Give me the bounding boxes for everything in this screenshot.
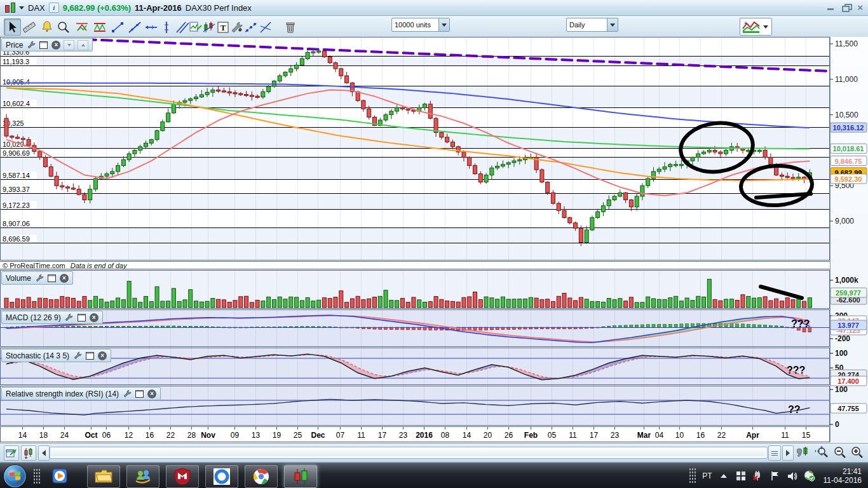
candlestick[interactable] bbox=[345, 76, 349, 83]
volume-bar[interactable] bbox=[702, 297, 706, 308]
volume-bar[interactable] bbox=[261, 301, 265, 308]
price-annotation-line[interactable] bbox=[756, 194, 811, 198]
candlestick[interactable] bbox=[445, 137, 449, 142]
candlestick[interactable] bbox=[38, 151, 42, 157]
candlestick[interactable] bbox=[200, 95, 203, 97]
volume-bar[interactable] bbox=[55, 299, 58, 308]
candlestick[interactable] bbox=[797, 177, 801, 179]
volume-bar[interactable] bbox=[679, 301, 683, 308]
export-chart-button[interactable] bbox=[4, 445, 19, 461]
zoom-in-button[interactable] bbox=[850, 445, 864, 459]
candlestick[interactable] bbox=[139, 147, 142, 151]
zoom-fit-button[interactable] bbox=[814, 445, 831, 459]
candlestick[interactable] bbox=[707, 150, 711, 152]
hand-drawn-circle-annotation[interactable] bbox=[740, 164, 813, 207]
candlestick[interactable] bbox=[261, 92, 265, 97]
tool-segment-button[interactable] bbox=[109, 18, 126, 36]
candlestick[interactable] bbox=[222, 91, 226, 92]
volume-bar[interactable] bbox=[478, 300, 482, 308]
candlestick[interactable] bbox=[239, 93, 243, 95]
candlestick[interactable] bbox=[635, 196, 639, 207]
volume-bar[interactable] bbox=[317, 300, 321, 308]
candlestick[interactable] bbox=[769, 158, 773, 165]
candlestick[interactable] bbox=[49, 166, 53, 176]
volume-bar[interactable] bbox=[641, 302, 644, 308]
volume-bar[interactable] bbox=[77, 301, 81, 308]
candlestick[interactable] bbox=[808, 173, 811, 179]
candlestick[interactable] bbox=[663, 166, 667, 169]
candlestick[interactable] bbox=[211, 90, 215, 93]
volume-bar[interactable] bbox=[111, 301, 114, 308]
candlestick[interactable] bbox=[155, 131, 159, 140]
candlestick[interactable] bbox=[601, 206, 605, 212]
candlestick[interactable] bbox=[66, 187, 70, 188]
volume-bar[interactable] bbox=[311, 301, 315, 308]
price-panel-bg[interactable] bbox=[0, 37, 830, 261]
candlestick[interactable] bbox=[311, 51, 315, 53]
chart-settings-button[interactable] bbox=[796, 445, 810, 459]
tool-zoom-button[interactable] bbox=[55, 18, 72, 36]
volume-bar[interactable] bbox=[166, 301, 170, 308]
volume-panel-bg[interactable] bbox=[0, 270, 830, 309]
candlestick[interactable] bbox=[283, 72, 287, 76]
volume-bar[interactable] bbox=[172, 288, 175, 308]
taskbar-media-player[interactable] bbox=[50, 466, 71, 485]
volume-bar[interactable] bbox=[501, 297, 505, 308]
volume-bar[interactable] bbox=[585, 299, 588, 308]
volume-bar[interactable] bbox=[83, 296, 86, 308]
candlestick[interactable] bbox=[406, 109, 410, 110]
volume-bar[interactable] bbox=[518, 299, 522, 308]
candlestick[interactable] bbox=[546, 182, 550, 193]
hand-drawn-circle-annotation[interactable] bbox=[678, 119, 756, 175]
candlestick[interactable] bbox=[372, 117, 376, 125]
candlestick[interactable] bbox=[317, 51, 321, 52]
volume-bar[interactable] bbox=[121, 300, 125, 308]
candlestick[interactable] bbox=[440, 133, 444, 137]
volume-bar[interactable] bbox=[663, 299, 667, 308]
volume-icon[interactable] bbox=[787, 470, 798, 482]
volume-bar[interactable] bbox=[4, 298, 8, 308]
volume-bar[interactable] bbox=[395, 301, 399, 308]
toolbar-grip-dots[interactable] bbox=[33, 468, 41, 485]
close-panel-icon[interactable]: × bbox=[90, 313, 98, 322]
scrollbar-grip[interactable] bbox=[768, 445, 781, 461]
candlestick[interactable] bbox=[378, 120, 382, 125]
candlestick[interactable] bbox=[121, 159, 125, 165]
candlestick[interactable] bbox=[306, 52, 309, 58]
candlestick[interactable] bbox=[227, 92, 231, 93]
volume-bar[interactable] bbox=[267, 297, 271, 308]
volume-bar[interactable] bbox=[496, 299, 499, 308]
volume-bar[interactable] bbox=[372, 297, 376, 308]
candlestick[interactable] bbox=[501, 165, 505, 166]
close-panel-icon[interactable]: × bbox=[51, 41, 60, 50]
candlestick[interactable] bbox=[16, 137, 20, 139]
chart-type-caret[interactable] bbox=[763, 25, 768, 29]
volume-bar[interactable] bbox=[289, 297, 293, 308]
zoom-out-button[interactable] bbox=[833, 445, 847, 459]
volume-bar[interactable] bbox=[99, 299, 103, 308]
volume-bar[interactable] bbox=[362, 300, 365, 308]
volume-bar[interactable] bbox=[674, 296, 678, 308]
candlestick[interactable] bbox=[88, 189, 92, 200]
candlestick[interactable] bbox=[27, 140, 31, 146]
volume-bar[interactable] bbox=[384, 290, 388, 308]
volume-bar[interactable] bbox=[763, 297, 767, 308]
volume-bar[interactable] bbox=[562, 293, 566, 308]
wrench-icon[interactable] bbox=[122, 389, 132, 398]
candlestick[interactable] bbox=[412, 110, 416, 111]
volume-bar[interactable] bbox=[752, 298, 756, 308]
volume-bar[interactable] bbox=[345, 302, 349, 308]
volume-bar[interactable] bbox=[227, 302, 231, 308]
candlestick[interactable] bbox=[574, 223, 578, 228]
volume-bar[interactable] bbox=[651, 299, 655, 308]
stochastic-k-line[interactable] bbox=[6, 354, 810, 380]
candlestick[interactable] bbox=[93, 179, 97, 189]
move-panel-down-icon[interactable] bbox=[64, 40, 74, 50]
candlestick[interactable] bbox=[729, 147, 733, 151]
volume-bar[interactable] bbox=[579, 297, 583, 308]
candlestick[interactable] bbox=[646, 179, 650, 186]
chart-type-button[interactable]: + bbox=[740, 18, 772, 36]
candlestick[interactable] bbox=[490, 168, 494, 175]
candlestick[interactable] bbox=[657, 169, 661, 172]
volume-bar[interactable] bbox=[729, 299, 733, 308]
